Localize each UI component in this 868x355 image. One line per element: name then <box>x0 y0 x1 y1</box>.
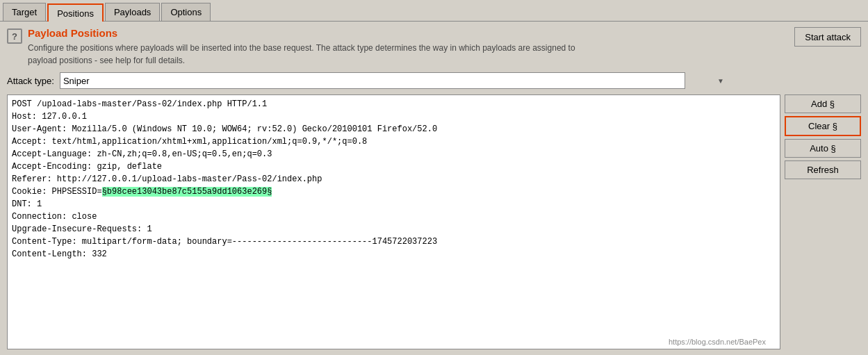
clear-button[interactable]: Clear § <box>785 116 861 136</box>
header-row: ? Payload Positions Configure the positi… <box>7 27 861 67</box>
tab-positions[interactable]: Positions <box>47 3 104 22</box>
side-buttons: Add § Clear § Auto § Refresh <box>785 94 861 349</box>
request-content[interactable]: POST /upload-labs-master/Pass-02/index.p… <box>8 95 780 349</box>
attack-type-label: Attack type: <box>7 76 54 86</box>
tab-payloads[interactable]: Payloads <box>105 3 160 21</box>
start-attack-button[interactable]: Start attack <box>794 27 861 47</box>
tab-bar: Target Positions Payloads Options <box>0 0 868 22</box>
tab-options[interactable]: Options <box>161 3 211 21</box>
section-desc: Configure the positions where payloads w… <box>28 42 575 67</box>
attack-type-select-wrapper: Sniper Battering ram Pitchfork Cluster b… <box>60 72 727 89</box>
refresh-button[interactable]: Refresh <box>785 160 861 179</box>
attack-type-select[interactable]: Sniper Battering ram Pitchfork Cluster b… <box>60 72 685 89</box>
watermark: https://blog.csdn.net/BaePex <box>669 338 766 346</box>
header-left: ? Payload Positions Configure the positi… <box>7 27 575 67</box>
textarea-section: POST /upload-labs-master/Pass-02/index.p… <box>7 94 861 349</box>
tab-target[interactable]: Target <box>3 3 46 21</box>
attack-type-row: Attack type: Sniper Battering ram Pitchf… <box>7 72 861 89</box>
help-icon[interactable]: ? <box>7 28 22 44</box>
add-button[interactable]: Add § <box>785 94 861 113</box>
header-text: Payload Positions Configure the position… <box>28 27 575 67</box>
main-window: Target Positions Payloads Options ? Payl… <box>0 0 868 355</box>
auto-button[interactable]: Auto § <box>785 139 861 158</box>
request-textarea-wrapper: POST /upload-labs-master/Pass-02/index.p… <box>7 94 780 349</box>
main-content: ? Payload Positions Configure the positi… <box>0 22 868 355</box>
section-title: Payload Positions <box>28 27 575 39</box>
